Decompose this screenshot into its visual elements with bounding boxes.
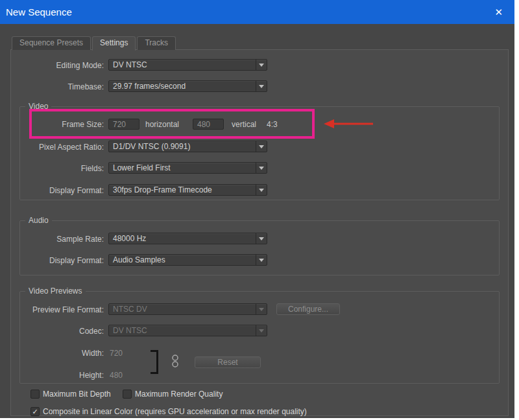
close-icon: ✕ — [494, 6, 503, 18]
reset-button: Reset — [195, 356, 261, 368]
preview-width-value: 720 — [110, 349, 123, 358]
timebase-value: 29.97 frames/second — [109, 82, 256, 91]
chevron-down-icon — [256, 81, 267, 91]
highlight-box — [29, 109, 315, 139]
codec-label: Codec: — [19, 327, 104, 336]
max-bit-depth-label: Maximum Bit Depth — [43, 390, 111, 399]
new-sequence-dialog: New Sequence ✕ Sequence Presets Settings… — [0, 0, 514, 418]
audio-group: Audio — [19, 220, 500, 275]
timebase-dropdown[interactable]: 29.97 frames/second — [108, 80, 267, 92]
preview-height-label: Height: — [19, 371, 104, 380]
preview-file-format-label: Preview File Format: — [19, 305, 104, 314]
pixel-aspect-ratio-dropdown[interactable]: D1/DV NTSC (0.9091) — [108, 141, 267, 152]
pixel-aspect-ratio-value: D1/DV NTSC (0.9091) — [109, 142, 256, 151]
chevron-down-icon — [256, 60, 267, 70]
link-icon — [171, 353, 179, 369]
codec-value: DV NTSC — [109, 326, 256, 335]
max-bit-depth-checkbox[interactable] — [30, 390, 40, 399]
fields-dropdown[interactable]: Lower Field First — [108, 162, 267, 174]
chevron-down-icon — [256, 141, 267, 152]
editing-mode-label: Editing Mode: — [19, 61, 104, 70]
fields-label: Fields: — [19, 164, 104, 173]
audio-display-format-value: Audio Samples — [109, 255, 256, 264]
sample-rate-label: Sample Rate: — [19, 235, 104, 244]
audio-group-label: Audio — [25, 216, 52, 225]
chevron-down-icon — [256, 185, 267, 195]
chevron-down-icon — [256, 233, 267, 244]
composite-linear-checkbox[interactable]: ✓ — [30, 407, 40, 416]
editing-mode-dropdown[interactable]: DV NTSC — [108, 59, 267, 71]
max-render-quality-checkbox[interactable] — [123, 390, 132, 399]
video-previews-group-label: Video Previews — [25, 286, 86, 296]
width-height-bracket — [151, 350, 158, 374]
preview-file-format-value: NTSC DV — [109, 305, 256, 314]
pixel-aspect-ratio-label: Pixel Aspect Ratio: — [19, 143, 104, 152]
tab-sequence-presets[interactable]: Sequence Presets — [12, 36, 91, 50]
check-icon: ✓ — [32, 408, 38, 415]
sample-rate-dropdown[interactable]: 48000 Hz — [108, 233, 267, 244]
sample-rate-value: 48000 Hz — [109, 234, 256, 243]
window-title: New Sequence — [0, 6, 72, 18]
tab-tracks[interactable]: Tracks — [137, 36, 176, 50]
audio-display-format-dropdown[interactable]: Audio Samples — [108, 254, 267, 266]
chevron-down-icon — [256, 255, 267, 265]
timebase-label: Timebase: — [19, 82, 104, 91]
title-bar: New Sequence ✕ — [0, 0, 514, 24]
codec-dropdown: DV NTSC — [108, 325, 267, 336]
close-button[interactable]: ✕ — [490, 0, 507, 24]
preview-width-label: Width: — [19, 349, 104, 358]
audio-display-format-label: Display Format: — [19, 256, 104, 265]
composite-linear-label: Composite in Linear Color (requires GPU … — [43, 407, 307, 416]
tab-bar: Sequence Presets Settings Tracks — [12, 36, 177, 50]
annotation-arrow — [321, 117, 376, 130]
tab-settings[interactable]: Settings — [92, 36, 136, 51]
video-display-format-label: Display Format: — [19, 186, 104, 195]
preview-height-value: 480 — [110, 371, 123, 380]
fields-value: Lower Field First — [109, 163, 256, 172]
video-display-format-value: 30fps Drop-Frame Timecode — [109, 185, 256, 194]
chevron-down-icon — [256, 325, 267, 336]
configure-button: Configure... — [276, 303, 340, 315]
chevron-down-icon — [256, 304, 267, 314]
chevron-down-icon — [256, 163, 267, 173]
editing-mode-value: DV NTSC — [109, 60, 256, 69]
max-render-quality-label: Maximum Render Quality — [135, 390, 223, 399]
video-display-format-dropdown[interactable]: 30fps Drop-Frame Timecode — [108, 184, 267, 196]
preview-file-format-dropdown: NTSC DV — [108, 303, 267, 315]
